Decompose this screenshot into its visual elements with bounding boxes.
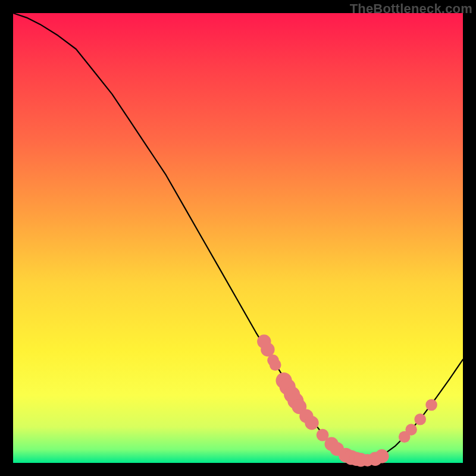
plot-area: [13, 13, 463, 463]
curve-marker: [425, 399, 437, 411]
curve-path: [13, 13, 463, 461]
curve-marker: [305, 416, 318, 430]
curve-markers: [257, 334, 437, 466]
curve-marker: [405, 424, 417, 436]
bottleneck-curve: [13, 13, 463, 463]
curve-marker: [261, 343, 274, 356]
curve-marker: [414, 414, 426, 425]
chart-frame: TheBottleneck.com: [0, 0, 476, 476]
curve-marker: [270, 359, 281, 371]
curve-marker: [375, 449, 389, 463]
